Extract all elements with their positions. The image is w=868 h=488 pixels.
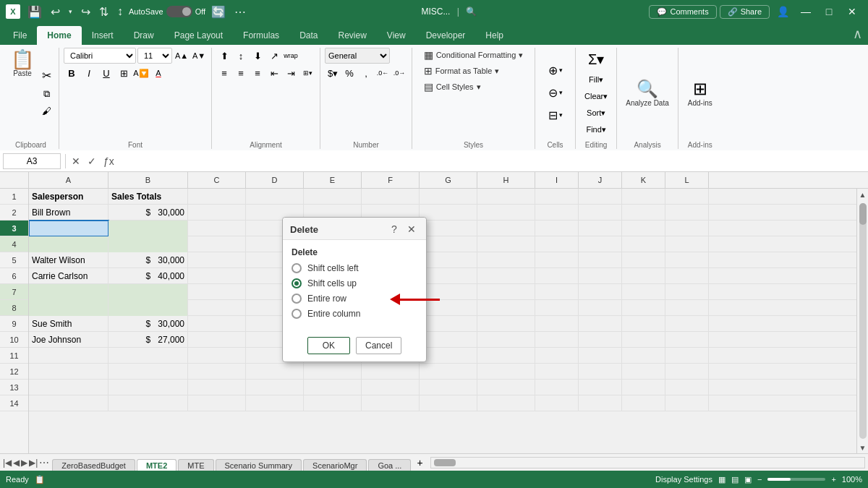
cell-c3[interactable] — [188, 221, 246, 236]
cell-k1[interactable] — [622, 189, 665, 205]
cell-g8[interactable] — [420, 300, 477, 316]
cancel-formula-icon[interactable]: ✕ — [70, 154, 82, 168]
increase-decimal-button[interactable]: .0→ — [391, 65, 407, 81]
format-cells-button[interactable]: ⊟ ▾ — [544, 106, 567, 125]
cell-c6[interactable] — [188, 268, 246, 284]
cell-styles-button[interactable]: ▤ Cell Styles ▾ — [420, 80, 485, 94]
cell-h5[interactable] — [477, 252, 535, 268]
cell-i10[interactable] — [535, 332, 579, 348]
cell-g9[interactable] — [420, 316, 477, 332]
cell-b12[interactable] — [109, 364, 188, 380]
tab-page-layout[interactable]: Page Layout — [164, 26, 233, 45]
h-scroll-thumb[interactable] — [434, 459, 456, 466]
cell-g3[interactable] — [420, 221, 477, 236]
fill-button[interactable]: Fill▾ — [584, 72, 608, 87]
align-bottom-button[interactable]: ⬇ — [250, 48, 265, 64]
cell-j1[interactable] — [579, 189, 622, 205]
row-num-4[interactable]: 4 — [0, 236, 28, 252]
italic-button[interactable]: I — [81, 65, 97, 81]
add-ins-button[interactable]: ⊞ Add-ins — [684, 76, 717, 110]
wrap-text-button[interactable]: wrap — [283, 48, 299, 64]
row-num-1[interactable]: 1 — [0, 189, 28, 205]
cell-i6[interactable] — [535, 268, 579, 284]
analyze-data-button[interactable]: 🔍 Analyze Data — [621, 76, 673, 110]
cell-l4[interactable] — [665, 236, 709, 252]
cell-k10[interactable] — [622, 332, 665, 348]
cell-g14[interactable] — [420, 395, 477, 411]
cell-h10[interactable] — [477, 332, 535, 348]
cell-g4[interactable] — [420, 236, 477, 252]
row-num-3[interactable]: 3 — [0, 221, 28, 236]
cell-i7[interactable] — [535, 284, 579, 300]
cell-l5[interactable] — [665, 252, 709, 268]
sort-filter-button[interactable]: Sort▾ — [582, 106, 610, 121]
format-as-table-button[interactable]: ⊞ Format as Table ▾ — [420, 64, 504, 78]
cell-l11[interactable] — [665, 348, 709, 364]
sort-icon[interactable]: ⇅ — [96, 4, 111, 20]
cell-d14[interactable] — [246, 395, 304, 411]
zoom-level[interactable]: 100% — [842, 475, 862, 484]
col-header-e[interactable]: E — [304, 172, 362, 188]
autosave-toggle[interactable] — [166, 6, 192, 17]
cell-h6[interactable] — [477, 268, 535, 284]
refresh-icon[interactable]: 🔄 — [208, 4, 229, 20]
sheet-tab-mte2[interactable]: MTE2 — [137, 459, 176, 471]
cell-a3[interactable] — [29, 221, 109, 236]
radio-shift-up[interactable]: Shift cells up — [292, 278, 417, 288]
autosave-control[interactable]: AutoSave Off — [129, 6, 205, 17]
paste-button[interactable]: 📋 Paste — [7, 48, 38, 80]
cell-i12[interactable] — [535, 364, 579, 380]
insert-arrow[interactable]: ▾ — [559, 67, 563, 74]
cell-k2[interactable] — [622, 205, 665, 221]
cell-k9[interactable] — [622, 316, 665, 332]
scroll-track[interactable] — [859, 203, 867, 439]
cell-h4[interactable] — [477, 236, 535, 252]
col-header-c[interactable]: C — [188, 172, 246, 188]
tab-review[interactable]: Review — [328, 26, 376, 45]
merge-button[interactable]: ⊞▾ — [299, 65, 315, 81]
maximize-button[interactable]: □ — [819, 4, 839, 20]
zoom-plus-button[interactable]: + — [831, 475, 835, 484]
cell-h3[interactable] — [477, 221, 535, 236]
zoom-minus-button[interactable]: − — [757, 475, 762, 484]
cell-i14[interactable] — [535, 395, 579, 411]
cell-h14[interactable] — [477, 395, 535, 411]
nav-prev-button[interactable]: ◀ — [13, 458, 20, 468]
cell-h8[interactable] — [477, 300, 535, 316]
cell-e14[interactable] — [304, 395, 362, 411]
undo-icon[interactable]: ↩ — [48, 4, 63, 20]
delete-cells-button[interactable]: ⊖ ▾ — [544, 83, 567, 103]
tab-insert[interactable]: Insert — [82, 26, 124, 45]
cell-d1[interactable] — [246, 189, 304, 205]
cell-j13[interactable] — [579, 380, 622, 395]
cell-c4[interactable] — [188, 236, 246, 252]
align-right-button[interactable]: ≡ — [250, 65, 265, 81]
cell-j4[interactable] — [579, 236, 622, 252]
undo-dropdown-icon[interactable]: ▾ — [66, 7, 75, 17]
orientation-button[interactable]: ↗ — [266, 48, 282, 64]
cell-i2[interactable] — [535, 205, 579, 221]
redo-icon[interactable]: ↪ — [78, 4, 93, 20]
nav-last-button[interactable]: ▶| — [29, 458, 38, 468]
row-num-8[interactable]: 8 — [0, 300, 28, 316]
dialog-ok-button[interactable]: OK — [307, 337, 350, 354]
cell-k14[interactable] — [622, 395, 665, 411]
increase-font-button[interactable]: A▲ — [174, 48, 190, 64]
cell-a14[interactable] — [29, 395, 109, 411]
radio-entire-row[interactable]: Entire row — [292, 294, 417, 304]
format-arrow[interactable]: ▾ — [559, 111, 563, 119]
user-icon[interactable]: 👤 — [773, 4, 793, 20]
col-header-j[interactable]: J — [579, 172, 622, 188]
cell-g7[interactable] — [420, 284, 477, 300]
insert-cells-button[interactable]: ⊕ ▾ — [544, 61, 567, 80]
tab-view[interactable]: View — [377, 26, 416, 45]
cell-j9[interactable] — [579, 316, 622, 332]
cell-b8[interactable] — [109, 300, 188, 316]
cell-l3[interactable] — [665, 221, 709, 236]
col-header-b[interactable]: B — [109, 172, 188, 188]
cell-a5[interactable]: Walter Wilson — [29, 252, 109, 268]
cell-b9[interactable]: $ 30,000 — [109, 316, 188, 332]
col-header-d[interactable]: D — [246, 172, 304, 188]
cell-c10[interactable] — [188, 332, 246, 348]
cell-a8[interactable] — [29, 300, 109, 316]
